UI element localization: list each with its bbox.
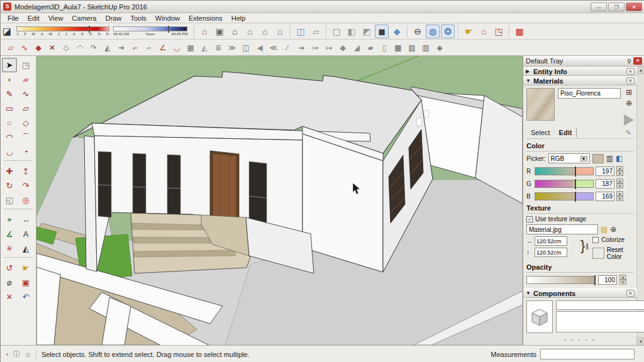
get-models-icon[interactable]: ⌂ [477,25,491,38]
zoom-tool[interactable]: ⌀ [2,275,17,290]
shaded-textures-mode-icon[interactable]: ◼ [375,25,389,38]
shadow-time-slider[interactable]: 06:42 AM Noon 04:46 PM [113,26,187,36]
geolocation-icon[interactable]: ◔ [4,351,9,358]
blue-slider[interactable] [535,192,594,200]
components-header[interactable]: ▼ Components ✕ [523,288,637,298]
collapse-arrow-icon[interactable]: ▼ [526,78,533,84]
close-button[interactable]: ✕ [626,3,642,11]
secondary-pane-icon[interactable]: ⊞ [626,88,632,97]
measurements-input[interactable] [540,349,635,359]
create-material-icon[interactable]: ⊕ [626,99,632,107]
plugin-tool-16-icon[interactable]: ≣ [212,41,225,54]
left-view-icon[interactable]: ⌂ [258,25,272,38]
walk-icon[interactable]: ❂ [441,25,455,38]
material-preview-thumbnail[interactable] [526,88,555,121]
scroll-up-icon[interactable]: ▲ [637,67,644,74]
component-description-box[interactable] [556,311,644,332]
green-slider[interactable] [535,180,594,188]
colorize-checkbox[interactable] [592,237,599,243]
plugin-tool-6-icon[interactable]: ◠ [74,41,86,54]
material-name-input[interactable] [558,88,621,99]
tab-edit[interactable]: Edit [555,128,577,137]
plugin-tool-14-icon[interactable]: ▦ [184,41,197,54]
collapse-arrow-icon[interactable]: ▼ [526,290,533,296]
3d-text-tool[interactable]: ◭ [18,241,33,256]
red-slider[interactable] [535,167,594,175]
reset-color-label[interactable]: Reset Color [607,246,634,260]
back-view-icon[interactable]: ⌂ [243,25,257,38]
three-point-arc-tool[interactable]: ◡ [2,145,17,159]
texture-height-input[interactable]: 120.52cm [535,248,567,257]
axes-tool[interactable]: ✳ [2,241,17,256]
plugin-tool-29-icon[interactable]: ▩ [392,41,404,54]
pan-tool[interactable]: ☛ [18,261,33,275]
right-view-icon[interactable]: ⌂ [273,25,287,38]
opacity-value-input[interactable]: 100 [598,275,617,285]
menu-item-tools[interactable]: Tools [126,14,151,22]
pan-hand-icon[interactable]: ☛ [462,25,475,38]
tab-select[interactable]: Select [526,128,555,137]
components-close-icon[interactable]: ✕ [626,290,635,297]
menu-item-draw[interactable]: Draw [101,14,126,22]
materials-close-icon[interactable]: ✕ [626,77,635,84]
select-tool[interactable]: ➤ [2,58,17,72]
plugin-tool-23-icon[interactable]: ↣ [309,41,321,54]
green-value-input[interactable]: 187 [596,179,614,189]
minimize-button[interactable]: — [591,3,607,11]
plugin-tool-11-icon[interactable]: ⌐ [143,41,155,54]
green-spinner[interactable]: ▲▼ [616,178,623,189]
plugin-tool-25-icon[interactable]: ◆ [336,41,349,54]
hidden-line-mode-icon[interactable]: ▢ [330,25,343,38]
protractor-tool[interactable]: ∡ [2,227,17,241]
plugin-tool-17-icon[interactable]: ≫ [226,41,238,54]
menu-item-help[interactable]: Help [227,14,250,22]
text-tool[interactable]: A [18,227,33,241]
undo-color-icon[interactable]: ▥ [606,154,613,163]
menu-item-edit[interactable]: Edit [23,14,44,22]
menu-item-camera[interactable]: Camera [67,14,101,22]
circle-tool[interactable]: ○ [2,116,17,130]
materials-header[interactable]: ▼ Materials ✕ [523,76,637,85]
plugin-tool-8-icon[interactable]: ◭ [101,41,114,54]
plugin-tool-31-icon[interactable]: ▥ [419,41,432,54]
plugin-tool-13-icon[interactable]: ◡ [170,41,183,54]
pie-tool[interactable]: ◔ [18,145,33,159]
menu-item-window[interactable]: Window [151,14,184,22]
move-tool[interactable]: ✚ [2,164,17,178]
texture-file-input[interactable] [526,224,598,234]
plugin-tool-32-icon[interactable]: ◈ [433,41,446,54]
current-color-swatch[interactable] [592,154,604,163]
polygon-tool[interactable]: ◇ [18,116,33,130]
shadow-date-slider[interactable]: JFMAMJJASOND [16,26,109,36]
plugin-tool-9-icon[interactable]: ➔ [115,41,128,54]
plugin-tool-15-icon[interactable]: ◭ [198,41,211,54]
iso-view-icon[interactable]: ⌂ [197,25,211,38]
shadow-settings-icon[interactable]: ◪ [3,26,11,37]
blue-value-input[interactable]: 169 [596,192,614,201]
plugin-tool-27-icon[interactable]: ▰ [364,41,377,54]
credits-icon[interactable]: ⓘ [13,349,20,359]
rectangle-tool[interactable]: ▭ [2,101,17,116]
orbit-tool[interactable]: ↺ [2,261,17,275]
restore-button[interactable]: ❐ [608,3,625,11]
picker-dropdown[interactable]: RGB ▼ [548,153,590,163]
reset-color-swatch[interactable] [592,248,604,259]
scale-tool[interactable]: ◱ [2,193,17,207]
lock-aspect-icon[interactable]: ∥ [586,243,589,260]
sign-in-icon[interactable]: ☺ [25,351,31,358]
front-view-icon[interactable]: ⌂ [228,25,242,38]
entity-info-header[interactable]: ▶ Entity Info ✕ [523,67,637,76]
zoom-window-tool[interactable]: ▣ [18,275,33,290]
use-texture-checkbox[interactable]: ✓ [526,216,533,222]
plugin-tool-28-icon[interactable]: ▯ [378,41,391,54]
chevron-down-icon[interactable]: ▼ [580,156,587,162]
push-pull-tool[interactable]: ↥ [18,164,33,178]
texture-bucket-icon[interactable]: ⊕ [610,225,616,234]
make-component-tool[interactable]: ◳ [18,58,33,72]
menu-item-file[interactable]: File [3,14,23,22]
plugin-tool-4-icon[interactable]: ✕ [46,41,58,54]
line-tool[interactable]: ✎ [2,87,17,101]
viewport-3d-scene[interactable] [36,56,523,345]
plugin-tool-1-icon[interactable]: ▱ [4,41,17,54]
sample-paint-icon[interactable] [624,114,634,126]
